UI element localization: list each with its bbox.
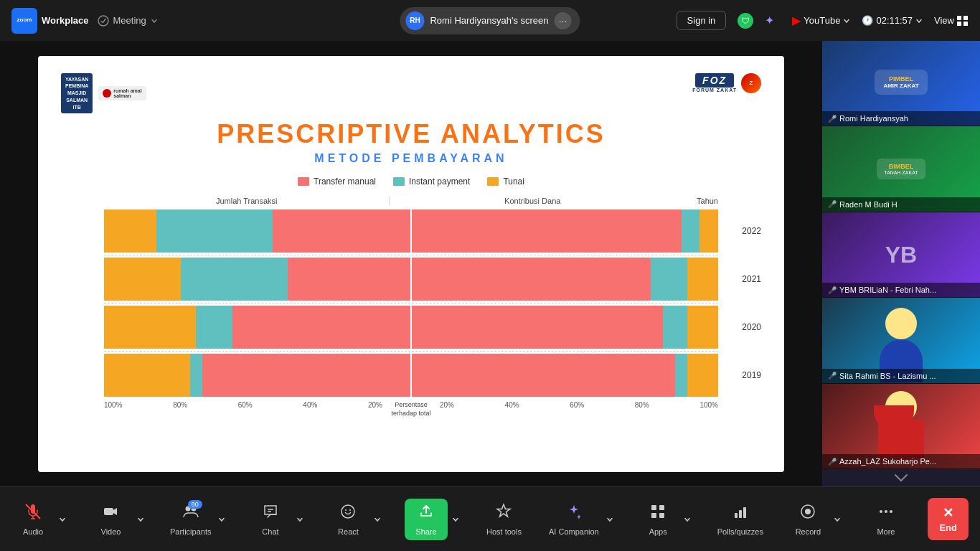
ai-companion-chevron[interactable] [603, 510, 616, 529]
bar-tunai-left-2021 [104, 258, 181, 301]
svg-rect-17 [743, 507, 746, 518]
participants-icon: 80 [182, 503, 199, 524]
ai-companion-button[interactable]: AI Companion [546, 499, 602, 540]
more-button[interactable]: More [864, 499, 908, 540]
time-chevron-icon [915, 17, 923, 24]
zoom-logo: zoom Workplace [11, 8, 89, 34]
ai-companion-label: AI Companion [549, 527, 599, 536]
end-button[interactable]: ✕ End [928, 498, 969, 540]
x-label-80-left: 80% [173, 401, 187, 409]
participants-count-badge: 80 [188, 500, 202, 509]
apps-button[interactable]: Apps [636, 499, 679, 540]
apps-icon [649, 503, 666, 524]
legend-tunai-color [487, 177, 499, 186]
video-icon [103, 503, 120, 524]
security-icon[interactable]: 🛡 [738, 13, 753, 29]
romi-mute-icon: 🎤 [828, 115, 837, 123]
record-label: Record [796, 527, 821, 536]
chat-group: Chat [249, 499, 306, 540]
legend-instant-color [393, 177, 405, 186]
slide-title: PRESCRIPTIVE ANALYTICS [61, 119, 761, 149]
x-labels-left: 100% 80% 60% 40% 20% [104, 401, 382, 409]
share-button[interactable]: Share [405, 499, 448, 540]
screen-share-text: Romi Hardiyansyah's screen [430, 15, 548, 26]
legend-tunai: Tunai [487, 176, 524, 187]
chart-column-headers: Jumlah Transaksi Kontribusi Dana Tahun [61, 197, 761, 205]
participants-button[interactable]: 80 Participants [167, 499, 214, 540]
svg-rect-14 [659, 513, 664, 518]
scroll-down-button[interactable] [822, 469, 980, 486]
bar-transfer-left-2022 [273, 209, 410, 253]
rumah-logo-icon [103, 89, 111, 98]
record-button[interactable]: Record [786, 499, 829, 540]
bar-transfer-right-2020 [412, 306, 663, 349]
screen-share-indicator: RH Romi Hardiyansyah's screen ··· [400, 7, 580, 34]
bottom-bar: Audio Video [0, 486, 980, 551]
react-chevron[interactable] [371, 510, 384, 529]
x-center-label: Persentaseterhadap total [382, 401, 440, 418]
bar-transfer-left-2019 [202, 354, 410, 397]
chart-dashed-line-2 [104, 303, 718, 303]
view-label: View [934, 15, 954, 26]
year-label-2021: 2021 [718, 274, 761, 284]
ybm-name-overlay: 🎤 YBM BRILiaN - Febri Nah... [822, 283, 980, 297]
bar-instant-left-2020 [196, 306, 232, 349]
chat-chevron[interactable] [293, 510, 306, 529]
share-label: Share [415, 527, 436, 536]
scroll-down-chevron-icon [894, 474, 908, 482]
screen-share-more-btn[interactable]: ··· [555, 12, 572, 29]
x-label-40-left: 40% [303, 401, 317, 409]
top-bar-left: zoom Workplace Meeting [11, 8, 158, 34]
foz-text: FOZ [695, 73, 734, 88]
host-tools-icon [495, 503, 512, 524]
audio-chevron[interactable] [56, 510, 69, 529]
presenter-avatar: RH [405, 11, 424, 30]
bimbel-text-romi: PIMBEL [883, 75, 918, 83]
apps-chevron[interactable] [681, 510, 694, 529]
ai-sparkle-icon[interactable]: ✦ [765, 13, 781, 29]
youtube-section[interactable]: ▶ YouTube [792, 14, 850, 27]
sign-in-button[interactable]: Sign in [677, 11, 727, 30]
bar-instant-right-2020 [663, 306, 687, 349]
bar-instant-left-2022 [156, 209, 273, 253]
polls-icon [732, 503, 749, 524]
bimbel-card-romi: PIMBEL AMIR ZAKAT [875, 70, 927, 95]
chat-icon [262, 503, 279, 524]
video-button[interactable]: Video [90, 499, 133, 540]
chat-button[interactable]: Chat [249, 499, 292, 540]
participants-label: Participants [170, 527, 211, 536]
polls-button[interactable]: Polls/quizzes [715, 499, 766, 540]
record-chevron[interactable] [831, 510, 844, 529]
chart-row-2020: 2020 [61, 306, 761, 349]
audio-button[interactable]: Audio [11, 499, 55, 540]
participant-card-azzah: 🎤 Azzah_LAZ Sukoharjo Pe... [822, 384, 980, 469]
ybm-avatar: YB [885, 242, 917, 268]
top-bar-right: Sign in 🛡 ✦ ▶ YouTube 🕐 02:11:57 View [677, 11, 969, 30]
bar-instant-left-2019 [190, 354, 202, 397]
svg-rect-3 [104, 508, 113, 515]
video-label: Video [101, 527, 121, 536]
x-label-100-right: 100% [699, 401, 718, 409]
svg-point-20 [880, 510, 882, 513]
participants-chevron[interactable] [215, 510, 228, 529]
bar-transfer-right-2019 [412, 354, 675, 397]
more-icon [877, 503, 895, 524]
host-tools-button[interactable]: Host tools [482, 499, 525, 540]
foz-logo-area: FOZ FORUM ZAKAT Z [692, 73, 761, 93]
x-label-20-left: 20% [368, 401, 382, 409]
x-label-20-right: 20% [440, 401, 454, 409]
video-chevron[interactable] [134, 510, 147, 529]
apps-group: Apps [636, 499, 694, 540]
raden-name-overlay: 🎤 Raden M Budi H [822, 197, 980, 212]
view-button[interactable]: View [934, 15, 969, 26]
chart-row-2021: 2021 [61, 258, 761, 301]
share-chevron[interactable] [449, 510, 462, 529]
bar-tunai-right-2019 [687, 354, 718, 397]
react-button[interactable]: React [326, 499, 369, 540]
svg-rect-11 [651, 505, 656, 510]
x-label-100-left: 100% [104, 401, 123, 409]
presentation-area: YAYASANPEMBINAMASJIDSALMANITB rumah amal… [0, 41, 822, 486]
more-label: More [877, 527, 895, 536]
legend-instant: Instant payment [393, 176, 470, 187]
svg-point-21 [885, 510, 887, 513]
